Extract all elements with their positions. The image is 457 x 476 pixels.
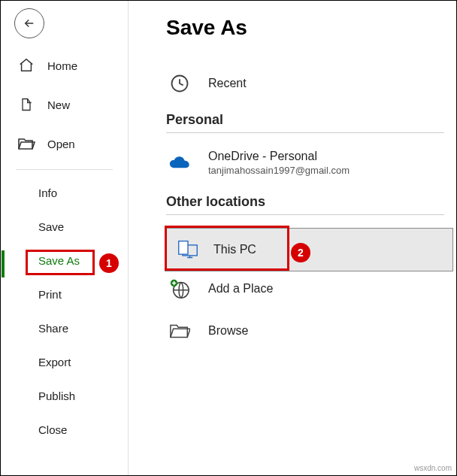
sidebar-divider (16, 169, 113, 170)
nav-print-label: Print (38, 288, 62, 301)
active-indicator (2, 250, 5, 277)
nav-info-label: Info (38, 186, 57, 199)
nav-print[interactable]: Print (1, 277, 128, 311)
section-other: Other locations (166, 194, 444, 210)
onedrive-email: tanjimahossain1997@gmail.com (208, 165, 350, 176)
nav-new[interactable]: New (1, 85, 128, 124)
section-personal: Personal (166, 112, 444, 128)
nav-open-label: Open (47, 138, 75, 150)
browse-label: Browse (208, 324, 248, 338)
location-onedrive[interactable]: OneDrive - Personal tanjimahossain1997@g… (166, 139, 444, 186)
nav-close[interactable]: Close (1, 413, 128, 447)
back-arrow-icon (23, 17, 36, 30)
nav-open[interactable]: Open (1, 124, 128, 163)
nav-export[interactable]: Export (1, 345, 128, 379)
new-icon (16, 94, 37, 115)
nav-home[interactable]: Home (1, 46, 128, 85)
annotation-badge-1: 1 (99, 253, 119, 273)
onedrive-label: OneDrive - Personal (208, 150, 350, 163)
back-button[interactable] (14, 8, 44, 38)
nav-save-label: Save (38, 220, 64, 233)
nav-share-label: Share (38, 322, 68, 335)
home-icon (16, 55, 37, 76)
location-recent-label: Recent (208, 77, 247, 90)
location-add-place[interactable]: Add a Place (166, 268, 444, 310)
add-place-icon (169, 278, 190, 299)
location-browse[interactable]: Browse (166, 310, 444, 352)
browse-icon (169, 320, 190, 341)
nav-new-label: New (47, 99, 70, 111)
open-icon (16, 133, 37, 154)
add-place-label: Add a Place (208, 282, 273, 296)
svg-rect-4 (179, 241, 188, 255)
annotation-badge-2: 2 (291, 243, 310, 262)
nav-share[interactable]: Share (1, 311, 128, 345)
nav-info[interactable]: Info (1, 176, 128, 210)
nav-publish-label: Publish (38, 390, 75, 402)
onedrive-icon (169, 153, 190, 174)
location-recent[interactable]: Recent (166, 62, 444, 105)
section-divider-2 (166, 214, 444, 215)
watermark: wsxdn.com (414, 464, 452, 472)
nav-save[interactable]: Save (1, 210, 128, 244)
nav-close-label: Close (38, 423, 67, 436)
recent-icon (169, 73, 190, 94)
nav-home-label: Home (47, 59, 77, 72)
page-title: Save As (166, 16, 444, 40)
this-pc-label: This PC (213, 243, 256, 256)
section-divider (166, 132, 444, 133)
nav-publish[interactable]: Publish (1, 379, 128, 413)
nav-save-as-label: Save As (38, 254, 80, 267)
this-pc-icon (177, 239, 198, 260)
nav-export-label: Export (38, 356, 71, 368)
